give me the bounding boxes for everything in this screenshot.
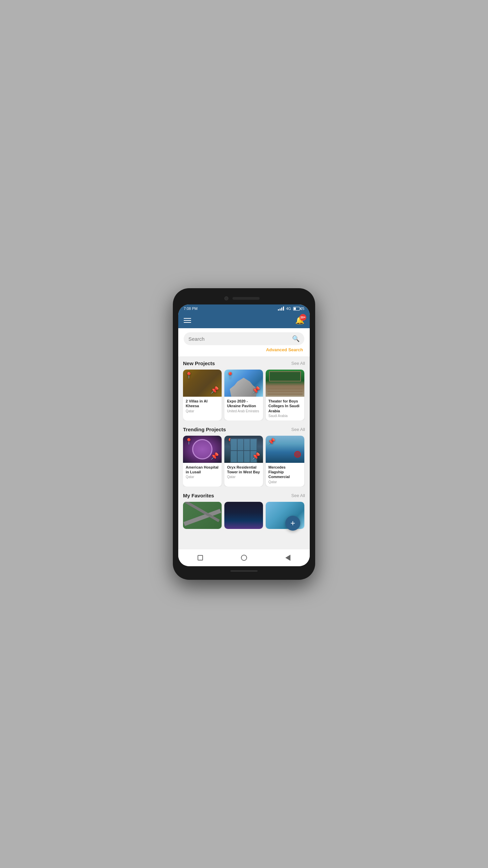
map-pin-icon: 📌 xyxy=(252,452,260,460)
trending-projects-cards: 📍 📌 American Hospital in Lusail Qatar 📍 xyxy=(183,436,305,487)
card-location: Qatar xyxy=(186,409,219,413)
list-item[interactable]: 📍 📌 2 Villas in Al Kheesa Qatar xyxy=(183,370,222,420)
battery-icon: 25 xyxy=(293,307,304,311)
phone-speaker xyxy=(232,297,260,300)
new-projects-header: New Projects See All xyxy=(183,360,305,366)
trending-projects-see-all[interactable]: See All xyxy=(291,427,305,432)
location-pin-icon: 📌 xyxy=(268,438,275,445)
map-pin-icon: 📌 xyxy=(210,386,219,394)
status-indicators: 4G 25 xyxy=(278,307,304,311)
screen-content: 🔍 Advanced Search New Projects See All 📍… xyxy=(178,328,310,549)
card-image-theater xyxy=(266,370,304,397)
fab-add-button[interactable]: + xyxy=(285,516,300,531)
advanced-search-link[interactable]: Advanced Search xyxy=(184,345,304,355)
card-image-fav1 xyxy=(183,502,222,529)
signal-icon xyxy=(278,307,284,311)
back-nav-button[interactable] xyxy=(195,553,205,563)
menu-button[interactable] xyxy=(184,318,191,323)
location-pin-icon: 📍 xyxy=(185,372,192,379)
forward-nav-button[interactable] xyxy=(283,553,293,563)
list-item[interactable]: 📌 Mercedes Flagship Commercial Qatar xyxy=(266,436,304,487)
list-item[interactable] xyxy=(183,502,222,529)
battery-level: 25 xyxy=(301,307,304,311)
square-icon xyxy=(198,555,203,560)
trending-projects-header: Trending Projects See All xyxy=(183,427,305,432)
card-title: 2 Villas in Al Kheesa xyxy=(186,399,219,409)
card-image-mercedes: 📌 xyxy=(266,436,304,463)
list-item[interactable]: 📍 📌 American Hospital in Lusail Qatar xyxy=(183,436,222,487)
card-image-tower: 📍 📌 xyxy=(224,436,263,463)
notification-button[interactable]: 🔔 20+ xyxy=(295,316,304,325)
phone-camera xyxy=(224,296,228,300)
home-indicator xyxy=(230,570,258,572)
bottom-navigation xyxy=(178,549,310,566)
triangle-icon xyxy=(285,555,290,561)
phone-device: 7:08 PM 4G 25 xyxy=(173,288,315,580)
card-location: Qatar xyxy=(268,480,302,484)
list-item[interactable]: 📍 📌 Expo 2020 - Ukraine Pavilion United … xyxy=(224,370,263,420)
card-location: Qatar xyxy=(227,475,260,479)
notification-badge: 20+ xyxy=(300,314,306,321)
search-icon: 🔍 xyxy=(292,335,300,342)
list-item[interactable]: 📍 📌 xyxy=(224,436,263,487)
new-projects-cards: 📍 📌 2 Villas in Al Kheesa Qatar 📍 xyxy=(183,370,305,420)
circle-icon xyxy=(241,555,247,561)
my-favorites-header: My Favorites See All xyxy=(183,493,305,498)
card-location: United Arab Emirates xyxy=(227,409,260,413)
status-bar: 7:08 PM 4G 25 xyxy=(178,304,310,313)
location-pin-icon: 📍 xyxy=(226,372,234,379)
phone-screen: 7:08 PM 4G 25 xyxy=(178,304,310,566)
status-time: 7:08 PM xyxy=(184,307,198,311)
list-item[interactable]: Theater for Boys Colleges In Saudi Arabi… xyxy=(266,370,304,420)
card-title: Expo 2020 - Ukraine Pavilion xyxy=(227,399,260,409)
trending-projects-section: Trending Projects See All 📍 📌 American H… xyxy=(178,422,310,489)
phone-top-hardware xyxy=(178,294,310,303)
home-nav-button[interactable] xyxy=(239,553,249,563)
card-image-hospital: 📍 📌 xyxy=(183,436,222,463)
new-projects-see-all[interactable]: See All xyxy=(291,361,305,366)
app-header: 🔔 20+ xyxy=(178,313,310,328)
phone-bottom-hardware xyxy=(178,568,310,574)
new-projects-section: New Projects See All 📍 📌 2 Villas in Al … xyxy=(178,356,310,422)
location-pin-icon: 📍 xyxy=(185,438,192,445)
map-pin-icon: 📌 xyxy=(210,452,219,460)
card-title: Oryx Residential Tower in West Bay xyxy=(227,465,260,475)
my-favorites-section: My Favorites See All xyxy=(178,489,310,549)
map-pin-icon: 📌 xyxy=(252,386,260,394)
card-title: Mercedes Flagship Commercial xyxy=(268,465,302,479)
card-image-villas: 📍 📌 xyxy=(183,370,222,397)
my-favorites-title: My Favorites xyxy=(183,493,214,498)
card-location: Saudi Arabia xyxy=(268,414,302,418)
card-image-expo: 📍 📌 xyxy=(224,370,263,397)
list-item[interactable] xyxy=(224,502,263,529)
card-title: American Hospital in Lusail xyxy=(186,465,219,475)
trending-projects-title: Trending Projects xyxy=(183,427,226,432)
my-favorites-see-all[interactable]: See All xyxy=(291,493,305,498)
network-type: 4G xyxy=(286,307,291,311)
card-location: Qatar xyxy=(186,475,219,479)
search-section: 🔍 Advanced Search xyxy=(178,328,310,356)
card-title: Theater for Boys Colleges In Saudi Arabi… xyxy=(268,399,302,413)
search-bar[interactable]: 🔍 xyxy=(184,332,304,345)
search-input[interactable] xyxy=(188,336,289,342)
new-projects-title: New Projects xyxy=(183,360,215,366)
card-image-fav2 xyxy=(224,502,263,529)
